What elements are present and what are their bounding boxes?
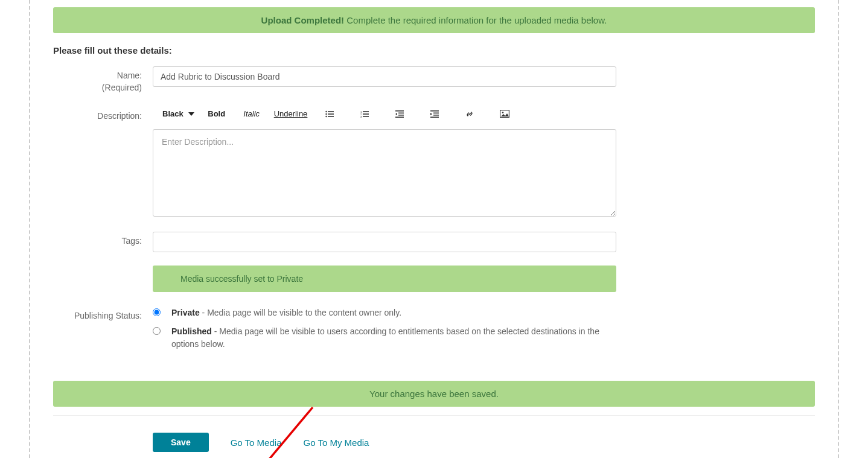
name-label: Name: (Required) bbox=[53, 66, 153, 94]
ordered-list-button[interactable]: 123 bbox=[347, 108, 382, 120]
indent-icon bbox=[430, 110, 439, 118]
svg-rect-21 bbox=[430, 116, 439, 118]
published-label: Published bbox=[171, 326, 212, 336]
description-textarea[interactable] bbox=[153, 129, 616, 217]
description-label: Description: bbox=[53, 107, 153, 218]
private-radio[interactable] bbox=[153, 308, 161, 316]
svg-rect-20 bbox=[433, 115, 439, 116]
unordered-list-icon bbox=[325, 110, 334, 118]
published-description: - Media page will be visible to users ac… bbox=[171, 326, 599, 349]
svg-rect-11 bbox=[363, 116, 369, 117]
svg-marker-18 bbox=[430, 113, 432, 115]
svg-text:3: 3 bbox=[360, 115, 362, 118]
private-label: Private bbox=[171, 308, 200, 317]
divider bbox=[53, 415, 815, 416]
alert-bold-text: Upload Completed! bbox=[261, 15, 345, 25]
chevron-down-icon bbox=[188, 112, 194, 116]
section-title: Please fill out these details: bbox=[53, 45, 815, 56]
italic-button[interactable]: Italic bbox=[234, 107, 269, 121]
saved-banner: Your changes have been saved. bbox=[53, 381, 815, 407]
outdent-button[interactable] bbox=[382, 108, 417, 120]
upload-complete-alert: Upload Completed! Complete the required … bbox=[53, 7, 815, 33]
color-picker[interactable]: Black bbox=[158, 107, 199, 121]
svg-point-23 bbox=[502, 112, 504, 113]
svg-point-0 bbox=[326, 110, 327, 112]
svg-rect-5 bbox=[328, 116, 334, 117]
svg-rect-7 bbox=[363, 111, 369, 112]
svg-rect-3 bbox=[328, 113, 334, 115]
svg-rect-19 bbox=[433, 112, 439, 113]
name-input[interactable] bbox=[153, 66, 616, 87]
link-icon bbox=[465, 110, 474, 118]
alert-regular-text: Complete the required information for th… bbox=[346, 15, 607, 25]
privacy-status-banner: Media successfully set to Private bbox=[153, 266, 616, 292]
image-icon bbox=[500, 110, 509, 118]
outdent-icon bbox=[395, 110, 404, 118]
bold-button[interactable]: Bold bbox=[199, 107, 234, 121]
svg-rect-1 bbox=[328, 111, 334, 112]
svg-marker-24 bbox=[501, 113, 509, 116]
unordered-list-button[interactable] bbox=[312, 108, 347, 120]
tags-input[interactable] bbox=[153, 232, 616, 252]
actions-row: Save Go To Media Go To My Media bbox=[53, 433, 815, 452]
tags-label: Tags: bbox=[53, 232, 153, 252]
svg-point-4 bbox=[326, 115, 327, 116]
go-to-my-media-link[interactable]: Go To My Media bbox=[303, 437, 369, 448]
svg-point-2 bbox=[326, 113, 327, 114]
indent-button[interactable] bbox=[417, 108, 452, 120]
svg-rect-15 bbox=[398, 115, 404, 116]
link-button[interactable] bbox=[452, 107, 487, 121]
published-radio[interactable] bbox=[153, 327, 161, 335]
image-button[interactable] bbox=[487, 107, 522, 120]
svg-marker-13 bbox=[395, 113, 397, 115]
save-button[interactable]: Save bbox=[153, 433, 209, 452]
svg-rect-9 bbox=[363, 113, 369, 115]
svg-rect-12 bbox=[395, 110, 404, 112]
svg-rect-14 bbox=[398, 112, 404, 113]
publishing-status-label: Publishing Status: bbox=[53, 307, 153, 357]
svg-rect-16 bbox=[395, 116, 404, 118]
rich-text-toolbar: Black Bold Italic Underline 123 bbox=[153, 107, 616, 121]
svg-rect-17 bbox=[430, 110, 439, 112]
go-to-media-link[interactable]: Go To Media bbox=[231, 437, 282, 448]
underline-button[interactable]: Underline bbox=[269, 107, 313, 121]
private-description: - Media page will be visible to the cont… bbox=[200, 308, 401, 317]
ordered-list-icon: 123 bbox=[360, 110, 369, 118]
